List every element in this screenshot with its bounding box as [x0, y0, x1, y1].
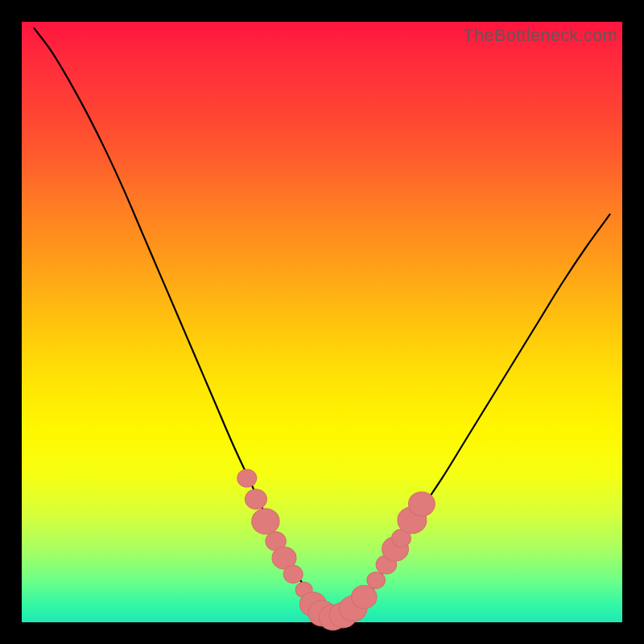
- curve-marker: [408, 492, 435, 516]
- curve-marker: [246, 489, 267, 510]
- curve-path: [34, 27, 610, 619]
- curve-markers: [237, 469, 435, 630]
- curve-marker: [367, 572, 385, 588]
- curve-marker: [283, 565, 303, 583]
- curve-marker: [352, 585, 377, 609]
- image-frame: TheBottleneck.com: [0, 0, 644, 644]
- curve-marker: [237, 469, 257, 487]
- chart-area: TheBottleneck.com: [22, 22, 622, 622]
- bottleneck-curve: [22, 22, 622, 622]
- curve-marker: [252, 509, 279, 535]
